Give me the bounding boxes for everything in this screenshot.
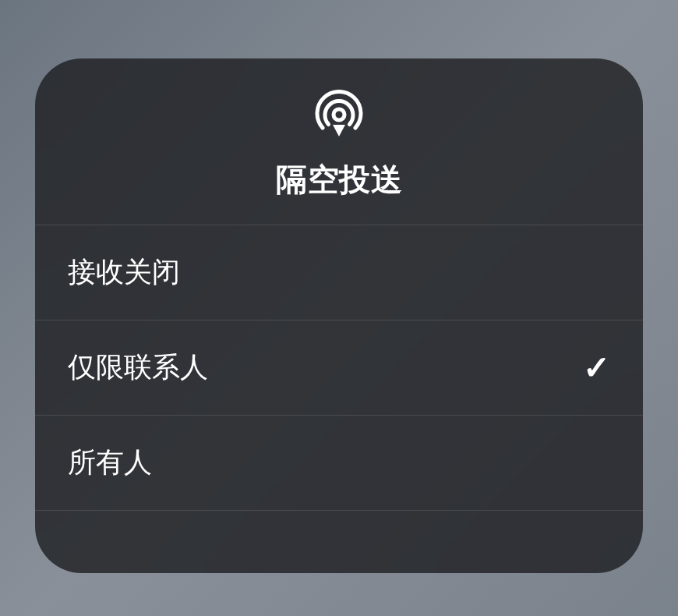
option-receiving-off[interactable]: 接收关闭 ✓ <box>35 225 643 320</box>
option-label: 仅限联系人 <box>68 349 208 387</box>
airdrop-icon <box>314 90 364 140</box>
svg-point-0 <box>334 109 344 120</box>
option-label: 所有人 <box>68 444 152 482</box>
option-label: 接收关闭 <box>68 253 180 292</box>
option-everyone[interactable]: 所有人 ✓ <box>35 416 643 511</box>
option-contacts-only[interactable]: 仅限联系人 ✓ <box>35 320 643 416</box>
airdrop-panel: 隔空投送 接收关闭 ✓ 仅限联系人 ✓ 所有人 ✓ <box>35 58 643 573</box>
option-list: 接收关闭 ✓ 仅限联系人 ✓ 所有人 ✓ <box>35 225 643 511</box>
panel-header: 隔空投送 <box>35 58 643 225</box>
check-icon: ✓ <box>583 349 610 387</box>
panel-title: 隔空投送 <box>276 158 402 201</box>
